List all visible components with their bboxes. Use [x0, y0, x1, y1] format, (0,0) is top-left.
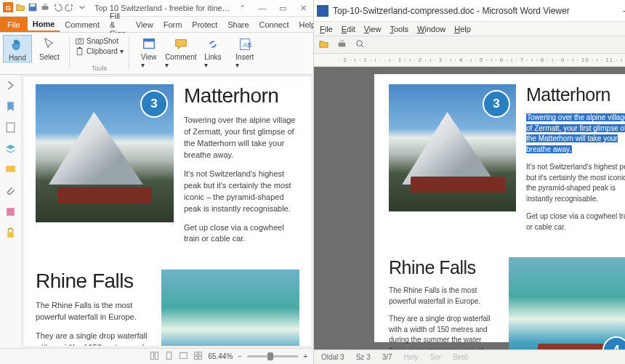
undo-icon[interactable]	[52, 2, 62, 14]
svg-rect-26	[199, 356, 202, 359]
svg-rect-15	[7, 123, 15, 132]
document-area[interactable]: 3 Matterhorn Towering over the alpine vi…	[22, 75, 313, 348]
body-text: Get up close via a cogwheel train or cab…	[184, 222, 299, 246]
rhine-falls-image	[161, 270, 299, 346]
svg-rect-27	[339, 43, 345, 47]
view-mode-icon[interactable]	[179, 351, 188, 362]
view-mode-icon[interactable]	[164, 351, 174, 362]
attachments-icon[interactable]	[4, 185, 17, 198]
pages-icon[interactable]	[4, 121, 17, 135]
document-page: 3 Matterhorn Towering over the alpine vi…	[24, 77, 311, 346]
menu-view[interactable]: View	[364, 25, 382, 33]
view-button[interactable]: View▾	[134, 35, 164, 69]
clipboard-tool[interactable]: Clipboard ▾	[75, 46, 124, 56]
dropdown-icon[interactable]	[77, 2, 87, 14]
group-label-tools: Tools	[75, 65, 124, 72]
comments-icon[interactable]	[4, 163, 17, 177]
svg-rect-18	[7, 232, 14, 237]
heading-matterhorn: Matterhorn	[184, 84, 299, 108]
tab-fill-sign[interactable]: Fill & Sign	[105, 17, 131, 32]
word-icon	[317, 5, 328, 17]
status-sor: Sor	[430, 353, 442, 361]
tab-view[interactable]: View	[131, 17, 158, 32]
minimize-button[interactable]: ―	[612, 5, 625, 16]
status-page: Oldal 3	[321, 353, 344, 361]
rhine-falls-image: 4	[509, 257, 625, 349]
tab-protect[interactable]: Protect	[187, 17, 222, 32]
svg-rect-24	[199, 352, 202, 355]
menu-tools[interactable]: Tools	[390, 25, 408, 33]
zoom-out-button[interactable]: −	[238, 352, 242, 360]
tab-connect[interactable]: Connect	[254, 17, 294, 32]
svg-rect-3	[31, 4, 36, 7]
body-text: The Rhine Falls is the most powerful wat…	[36, 300, 151, 323]
file-tab[interactable]: File	[0, 17, 28, 32]
app-icon: G	[3, 2, 13, 14]
heading-rhine-falls: Rhine Falls	[36, 270, 151, 293]
save-icon[interactable]	[28, 2, 38, 14]
svg-rect-22	[180, 352, 188, 358]
document-area[interactable]: 3 Matterhorn Towering over the alpine vi…	[314, 67, 625, 349]
body-text: They are a single drop waterfall with a …	[36, 331, 151, 346]
layers-icon[interactable]	[4, 142, 17, 156]
comment-button[interactable]: Comment▾	[166, 35, 195, 69]
view-mode-icon[interactable]	[193, 351, 203, 362]
svg-rect-16	[6, 166, 15, 172]
body-text: It's not Switzerland's highest peak but …	[526, 162, 625, 204]
zoom-slider[interactable]	[247, 355, 298, 357]
heading-rhine-falls: Rhine Falls	[389, 257, 499, 278]
menu-edit[interactable]: Edit	[342, 25, 355, 33]
svg-text:AB: AB	[243, 41, 251, 49]
tab-form[interactable]: Form	[158, 17, 188, 32]
svg-rect-5	[43, 4, 47, 7]
nav-sidebar	[0, 75, 22, 348]
select-tool[interactable]: Select	[35, 35, 64, 61]
minimize-button[interactable]: ―	[255, 4, 270, 13]
window-title: Top-10-Switzerland-compressed.doc - Micr…	[333, 6, 612, 16]
svg-rect-19	[151, 352, 154, 360]
open-icon[interactable]	[318, 39, 329, 51]
bookmarks-icon[interactable]	[4, 100, 17, 114]
security-icon[interactable]	[4, 227, 17, 240]
body-text: The Rhine Falls is the most powerful wat…	[389, 286, 499, 307]
open-icon[interactable]	[15, 2, 25, 14]
maximize-button[interactable]: ▭	[275, 4, 290, 13]
status-hely: Hely	[404, 353, 419, 361]
expand-icon[interactable]	[4, 79, 17, 93]
zoom-icon[interactable]	[355, 39, 366, 51]
print-icon[interactable]	[40, 2, 50, 14]
zoom-value[interactable]: 65.44%	[208, 352, 233, 360]
matterhorn-image: 3	[389, 84, 516, 211]
snapshot-tool[interactable]: SnapShot	[75, 36, 124, 46]
hand-tool[interactable]: Hand	[3, 35, 32, 62]
redo-icon[interactable]	[65, 2, 75, 14]
status-bar: Oldal 3 Sz 3 3/7 Hely Sor Betű	[314, 349, 625, 364]
svg-rect-17	[7, 208, 15, 216]
body-text: They are a single drop waterfall with a …	[389, 314, 499, 349]
svg-point-8	[78, 39, 81, 42]
svg-rect-20	[156, 352, 158, 360]
print-icon[interactable]	[336, 39, 347, 51]
ribbon-min-icon[interactable]: ⌃	[235, 4, 249, 13]
menu-file[interactable]: File	[320, 25, 333, 33]
insert-button[interactable]: AB Insert▾	[230, 35, 259, 69]
svg-rect-28	[340, 40, 344, 43]
close-button[interactable]: ✕	[296, 4, 310, 13]
tab-home[interactable]: Home	[28, 17, 60, 32]
tab-share[interactable]: Share	[222, 17, 254, 32]
ruler[interactable]: · 2 · ı · 1 · ı · · ı · 1 · ı · 2 · ı · …	[314, 54, 625, 67]
signatures-icon[interactable]	[4, 206, 17, 219]
menu-window[interactable]: Window	[417, 25, 445, 33]
body-text: Towering over the alpine village of Zerm…	[184, 115, 299, 161]
view-mode-icon[interactable]	[150, 351, 159, 362]
menu-help[interactable]: Help	[454, 25, 471, 33]
zoom-in-button[interactable]: +	[303, 352, 307, 360]
tab-comment[interactable]: Comment	[60, 17, 105, 32]
titlebar: Top-10-Switzerland-compressed.doc - Micr…	[314, 0, 625, 22]
body-text: Get up close via a cogwheel train or cab…	[526, 211, 625, 232]
links-button[interactable]: Links▾	[198, 35, 227, 69]
svg-rect-21	[167, 352, 172, 360]
word-viewer-window: Top-10-Switzerland-compressed.doc - Micr…	[314, 0, 625, 364]
status-bar: 65.44% − +	[0, 348, 313, 364]
heading-matterhorn: Matterhorn	[526, 84, 625, 105]
